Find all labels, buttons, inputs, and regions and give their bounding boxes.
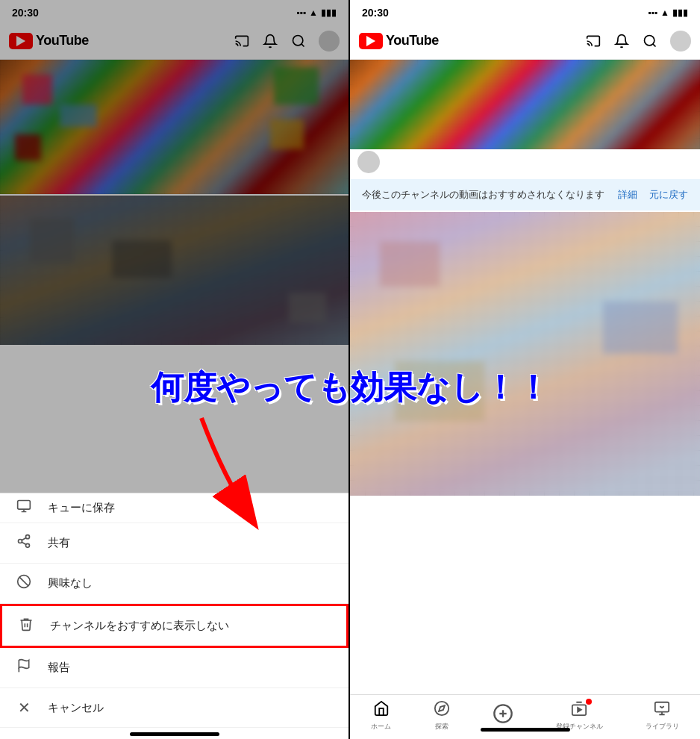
share-icon [15, 534, 33, 552]
status-icons-right: ▪▪▪ ▲ ▮▮▮ [648, 7, 688, 18]
nav-subscriptions[interactable]: 登録チャンネル [556, 700, 603, 732]
nav-home-label: ホーム [371, 722, 391, 732]
detail-button[interactable]: 詳細 [618, 188, 637, 202]
nav-library-label: ライブラリ [646, 722, 679, 732]
svg-point-6 [26, 543, 30, 547]
menu-label-not-interested: 興味なし [48, 576, 93, 590]
nav-home[interactable]: ホーム [371, 700, 391, 732]
time-right: 20:30 [362, 7, 389, 19]
add-icon [493, 703, 513, 728]
queue-icon [15, 499, 33, 517]
youtube-logo-right[interactable]: YouTube [359, 33, 439, 49]
red-arrow-container [179, 403, 313, 555]
status-bar-right: 20:30 ▪▪▪ ▲ ▮▮▮ [350, 0, 700, 22]
menu-label-queue: キューに保存 [48, 501, 115, 515]
svg-line-8 [22, 537, 26, 540]
svg-line-14 [653, 43, 656, 46]
menu-item-cancel[interactable]: ✕ キャンセル [0, 688, 349, 728]
menu-label-hide-channel: チャンネルをおすすめに表示しない [50, 619, 229, 633]
thumb-second-right [350, 212, 700, 496]
undo-button[interactable]: 元に戻す [649, 188, 688, 202]
svg-line-10 [19, 577, 28, 586]
nav-explore[interactable]: 探索 [434, 700, 450, 732]
youtube-title-right: YouTube [386, 33, 439, 49]
svg-line-7 [22, 542, 26, 544]
menu-label-share: 共有 [48, 536, 70, 550]
thumb-top-right [350, 60, 700, 179]
svg-rect-3 [18, 501, 31, 510]
cancel-icon: ✕ [15, 699, 33, 717]
phone-left: 20:30 ▪▪▪ ▲ ▮▮▮ YouTube [0, 0, 350, 739]
cast-icon-right[interactable] [585, 33, 601, 49]
menu-item-hide-channel[interactable]: チャンネルをおすすめに表示しない [0, 604, 349, 648]
svg-marker-16 [439, 705, 445, 711]
svg-point-13 [645, 35, 654, 45]
header-icons-right [585, 31, 691, 52]
notification-bar: 今後このチャンネルの動画はおすすめされなくなります 詳細 元に戻す [350, 179, 700, 211]
menu-item-not-interested[interactable]: 興味なし [0, 564, 349, 604]
search-icon-right[interactable] [642, 33, 658, 49]
youtube-play-icon-right [359, 33, 383, 49]
red-arrow-svg [179, 403, 313, 552]
not-interested-icon [15, 574, 33, 593]
subscriptions-icon [571, 700, 587, 720]
report-icon [15, 658, 33, 677]
home-indicator-right [481, 728, 570, 732]
bell-icon-right[interactable] [613, 33, 630, 49]
menu-label-cancel: キャンセル [48, 701, 104, 715]
avatar-right[interactable] [670, 31, 691, 52]
nav-explore-label: 探索 [435, 722, 449, 732]
battery-icon-r: ▮▮▮ [672, 7, 688, 18]
home-indicator-left [130, 732, 219, 736]
signal-icon-r: ▪▪▪ [648, 7, 657, 18]
notification-text: 今後このチャンネルの動画はおすすめされなくなります [362, 188, 618, 202]
home-icon [373, 700, 390, 720]
library-icon [654, 700, 670, 720]
phone-right: 20:30 ▪▪▪ ▲ ▮▮▮ YouTube [350, 0, 700, 739]
menu-item-report[interactable]: 報告 [0, 648, 349, 688]
explore-icon [434, 700, 450, 720]
svg-point-15 [435, 701, 449, 714]
subscriptions-badge [586, 699, 592, 705]
hide-channel-icon [17, 617, 35, 635]
wifi-icon-r: ▲ [660, 7, 669, 18]
nav-library[interactable]: ライブラリ [646, 700, 679, 732]
menu-label-report: 報告 [48, 661, 70, 675]
svg-point-4 [26, 535, 30, 539]
main-container: 20:30 ▪▪▪ ▲ ▮▮▮ YouTube [0, 0, 700, 739]
notification-actions: 詳細 元に戻す [618, 188, 688, 202]
youtube-header-right: YouTube [350, 22, 700, 60]
bottom-nav: ホーム 探索 [350, 694, 700, 739]
svg-point-5 [19, 540, 22, 543]
nav-add[interactable] [493, 703, 513, 728]
